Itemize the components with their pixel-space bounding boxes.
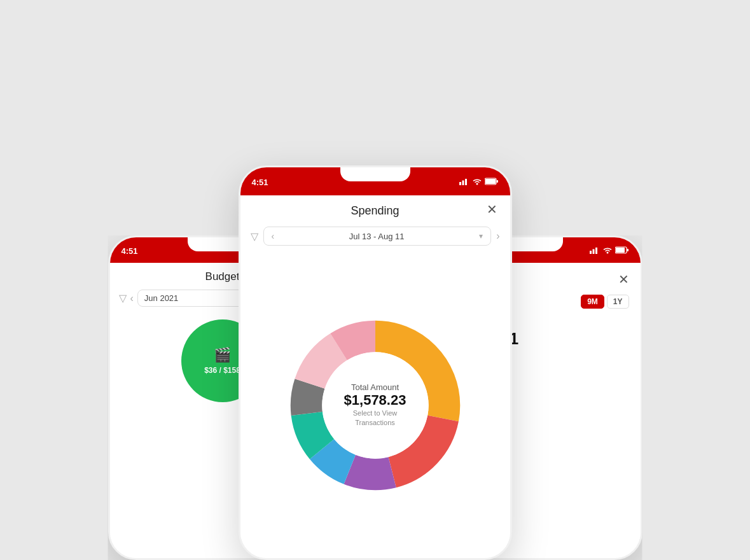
wifi-icon-right xyxy=(602,246,613,255)
budget-title: Budget xyxy=(205,270,240,283)
svg-rect-7 xyxy=(459,182,461,185)
total-label: Total Amount xyxy=(344,382,406,392)
svg-rect-13 xyxy=(496,180,498,183)
wifi-icon-center xyxy=(472,178,482,186)
svg-rect-29 xyxy=(627,249,628,251)
status-time-left: 4:51 xyxy=(122,246,138,256)
svg-rect-8 xyxy=(462,181,464,186)
spending-date-range: Jul 13 - Aug 11 xyxy=(279,232,474,241)
svg-rect-23 xyxy=(590,251,592,254)
budget-filter-icon[interactable]: ▽ xyxy=(119,292,127,304)
spending-title: Spending xyxy=(351,204,399,218)
spending-date-selector[interactable]: ‹ Jul 13 - Aug 11 ▾ xyxy=(263,227,492,246)
spending-filter-row: ▽ ‹ Jul 13 - Aug 11 ▾ › xyxy=(240,223,510,252)
spending-title-row: Spending ✕ xyxy=(240,195,510,223)
svg-rect-28 xyxy=(616,248,625,253)
spending-donut-chart: Total Amount $1,578.23 Select to ViewTra… xyxy=(277,307,474,504)
status-time-center: 4:51 xyxy=(252,178,268,187)
entertainment-icon: 🎬 xyxy=(214,347,231,363)
signal-icon-right xyxy=(590,246,600,255)
phones-showcase: 4:51 Budget ▽ ‹ Jun 2021 xyxy=(57,115,693,560)
battery-icon-right xyxy=(615,246,629,255)
status-icons-right xyxy=(590,246,629,255)
date-dropdown-icon[interactable]: ▾ xyxy=(479,232,483,241)
spending-close-button[interactable]: ✕ xyxy=(487,202,497,217)
svg-point-26 xyxy=(606,252,608,254)
spending-filter-icon[interactable]: ▽ xyxy=(251,230,258,242)
spending-screen: Spending ✕ ▽ ‹ Jul 13 - Aug 11 ▾ › xyxy=(240,195,510,558)
date-prev-button[interactable]: ‹ xyxy=(272,231,275,241)
tab-1y[interactable]: 1Y xyxy=(607,295,629,309)
select-hint: Select to ViewTransactions xyxy=(344,409,406,428)
status-bar-center: 4:51 xyxy=(240,167,510,195)
phone-center: 4:51 Spending ✕ ▽ ‹ xyxy=(239,165,512,560)
signal-icon-center xyxy=(459,178,469,186)
budget-date-label: Jun 2021 xyxy=(144,293,179,303)
tab-9m[interactable]: 9M xyxy=(581,295,604,309)
entertainment-amount: $36 / $158 xyxy=(204,366,240,375)
status-icons-center xyxy=(459,178,499,186)
svg-rect-25 xyxy=(595,248,597,254)
svg-point-10 xyxy=(476,183,478,185)
battery-icon-center xyxy=(485,178,499,186)
date-next-button[interactable]: › xyxy=(496,230,499,242)
svg-rect-24 xyxy=(592,249,594,255)
donut-center-info: Total Amount $1,578.23 Select to ViewTra… xyxy=(344,382,406,428)
total-amount: $1,578.23 xyxy=(344,392,406,409)
svg-rect-9 xyxy=(465,179,467,185)
networth-close-button[interactable]: ✕ xyxy=(618,272,629,287)
budget-prev-arrow[interactable]: ‹ xyxy=(130,293,134,304)
notch-center xyxy=(340,167,410,181)
spending-chart-area: Total Amount $1,578.23 Select to ViewTra… xyxy=(240,252,510,558)
svg-rect-12 xyxy=(485,179,496,184)
